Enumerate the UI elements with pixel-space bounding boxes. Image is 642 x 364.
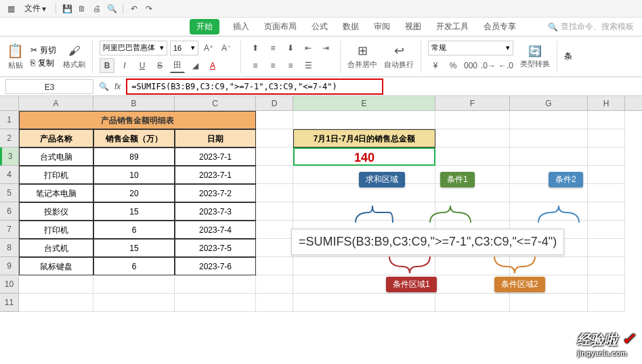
wrap-button[interactable]: ↩ 自动换行 [384, 43, 414, 70]
format-painter[interactable]: 🖌 格式刷 [63, 44, 85, 70]
check-icon: ✓ [622, 329, 635, 348]
tab-review[interactable]: 审阅 [372, 18, 391, 35]
tab-layout[interactable]: 页面布局 [263, 18, 298, 35]
col-header[interactable]: B [93, 96, 175, 110]
align-left-icon[interactable]: ≡ [248, 58, 263, 73]
tag-crit-range2: 条件区域2 [494, 277, 545, 292]
command-search[interactable]: 🔍 查找命令、搜索模板 [548, 21, 634, 32]
name-box[interactable]: E3 [5, 79, 93, 94]
tag-crit-range1: 条件区域1 [386, 277, 437, 292]
paste-label: 粘贴 [8, 60, 23, 70]
fx-icon[interactable]: fx [114, 82, 121, 91]
percent-icon[interactable]: % [446, 58, 461, 73]
fill-color-button[interactable]: ◢ [188, 58, 202, 73]
decrease-font-icon[interactable]: A⁻ [219, 41, 234, 55]
copy-label[interactable]: 复制 [38, 58, 54, 69]
copy-icon[interactable]: ⎘ [30, 58, 35, 68]
cut-label[interactable]: 剪切 [40, 45, 56, 56]
tab-start[interactable]: 开始 [190, 19, 219, 35]
ribbon-tabs: 开始 插入 页面布局 公式 数据 审阅 视图 开发工具 会员专享 🔍 查找命令、… [0, 18, 642, 37]
col-header[interactable]: A [19, 96, 93, 110]
brush-icon: 🖌 [68, 44, 81, 58]
col-header[interactable]: C [175, 96, 256, 110]
table-cell[interactable]: 89 [93, 147, 175, 166]
row-header[interactable]: 1 [0, 111, 19, 129]
dec-dec-icon[interactable]: ←.0 [498, 58, 513, 73]
align-top-icon[interactable]: ⬆ [248, 41, 263, 55]
bold-button[interactable]: B [100, 58, 114, 73]
save-icon[interactable]: 💾 [62, 3, 72, 14]
table-cell[interactable]: 台式电脑 [19, 147, 93, 166]
ribbon: 📋 粘贴 ✂剪切 ⎘复制 🖌 格式刷 阿里巴巴普惠体▾ 16▾ A⁺ A⁻ B … [0, 37, 642, 77]
app-icon: ▦ [5, 3, 16, 14]
column-headers: A B C D E F G H [0, 96, 642, 111]
annotation-overlay: 求和区域 条件1 条件2 =SUMIFS(B3:B9,C3:C9,">=7-1"… [298, 165, 616, 300]
tab-data[interactable]: 数据 [341, 18, 360, 35]
cut-icon[interactable]: ✂ [30, 45, 37, 55]
row-header[interactable]: 3 [0, 147, 19, 166]
wrap-icon: ↩ [394, 43, 404, 58]
brace-top [298, 185, 616, 233]
redo-icon[interactable]: ↷ [144, 3, 154, 14]
col-header[interactable]: G [510, 96, 588, 110]
annotated-formula: =SUMIFS(B3:B9,C3:C9,">=7-1",C3:C9,"<=7-4… [291, 229, 564, 255]
tab-formula[interactable]: 公式 [310, 18, 329, 35]
paste-icon[interactable]: 📋 [7, 43, 24, 59]
convert-icon: 🔄 [528, 45, 542, 58]
cond-format-label[interactable]: 条 [564, 51, 572, 62]
col-header[interactable]: D [256, 96, 293, 110]
result-cell[interactable]: 140 [293, 147, 435, 166]
font-color-button[interactable]: A [205, 58, 220, 73]
tab-member[interactable]: 会员专享 [482, 18, 517, 35]
formula-bar-row: E3 🔍 fx =SUMIFS(B3:B9,C3:C9,">=7-1",C3:C… [0, 77, 642, 96]
col-header[interactable]: H [588, 96, 625, 110]
comma-icon[interactable]: 000 [463, 58, 478, 73]
underline-button[interactable]: U [135, 58, 150, 73]
result-title[interactable]: 7月1日-7月4日的销售总金额 [293, 129, 435, 147]
search-placeholder: 查找命令、搜索模板 [561, 21, 634, 32]
save-as-icon[interactable]: 🗎 [77, 3, 87, 14]
indent-right-icon[interactable]: ⇥ [318, 41, 333, 55]
preview-icon[interactable]: 🔍 [106, 3, 117, 14]
cancel-icon[interactable]: 🔍 [99, 82, 109, 91]
merge-button[interactable]: ⊞ 合并居中 [347, 43, 377, 70]
font-name-select[interactable]: 阿里巴巴普惠体▾ [100, 41, 167, 55]
align-bottom-icon[interactable]: ⬇ [283, 41, 298, 55]
paste-group: 📋 粘贴 [7, 43, 24, 70]
currency-icon[interactable]: ¥ [428, 58, 443, 73]
table-cell[interactable]: 2023-7-1 [175, 147, 256, 166]
align-right-icon[interactable]: ≡ [283, 58, 298, 73]
align-center-icon[interactable]: ≡ [265, 58, 280, 73]
align-middle-icon[interactable]: ≡ [265, 41, 280, 55]
formula-input[interactable]: =SUMIFS(B3:B9,C3:C9,">=7-1",C3:C9,"<=7-4… [126, 78, 383, 95]
table-header[interactable]: 日期 [175, 129, 256, 147]
increase-font-icon[interactable]: A⁺ [201, 41, 216, 55]
justify-icon[interactable]: ☰ [301, 58, 316, 73]
file-menu[interactable]: 文件 ▾ [20, 1, 50, 16]
font-size-select[interactable]: 16▾ [170, 41, 198, 55]
brace-bottom [298, 253, 616, 287]
table-title[interactable]: 产品销售金额明细表 [19, 111, 256, 129]
type-convert-button[interactable]: 🔄 类型转换 [520, 45, 550, 69]
row-header[interactable]: 2 [0, 129, 19, 147]
tab-dev[interactable]: 开发工具 [435, 18, 470, 35]
tab-insert[interactable]: 插入 [232, 18, 251, 35]
dec-inc-icon[interactable]: .0→ [481, 58, 496, 73]
merge-icon: ⊞ [358, 43, 368, 58]
table-header[interactable]: 产品名称 [19, 129, 93, 147]
print-icon[interactable]: 🖨 [91, 3, 102, 14]
col-header[interactable]: F [435, 96, 510, 110]
watermark: 经验啦 ✓ jingyanla.com [577, 329, 635, 357]
table-header[interactable]: 销售金额（万） [93, 129, 175, 147]
italic-button[interactable]: I [117, 58, 132, 73]
select-all-corner[interactable] [0, 96, 19, 110]
col-header[interactable]: E [293, 96, 435, 110]
number-format-select[interactable]: 常规▾ [428, 41, 513, 55]
border-button[interactable]: 田 [170, 58, 185, 73]
search-icon: 🔍 [548, 22, 558, 32]
tab-view[interactable]: 视图 [404, 18, 423, 35]
quick-toolbar: ▦ 文件 ▾ 💾 🗎 🖨 🔍 ↶ ↷ [0, 0, 642, 18]
strike-button[interactable]: S [152, 58, 167, 73]
undo-icon[interactable]: ↶ [129, 3, 140, 14]
indent-left-icon[interactable]: ⇤ [301, 41, 316, 55]
